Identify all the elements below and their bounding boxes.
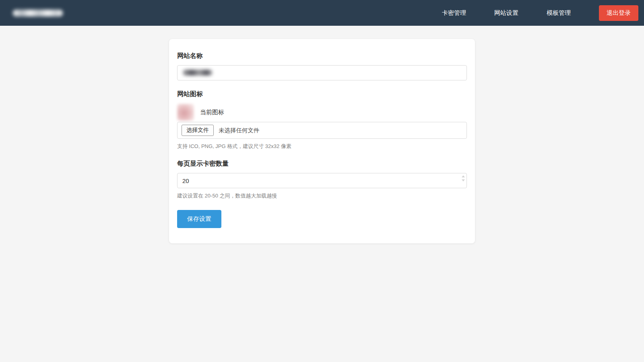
save-settings-button[interactable]: 保存设置 [177,210,221,228]
nav-item-site-settings[interactable]: 网站设置 [494,9,518,17]
site-name-group: 网站名称 [177,52,467,80]
site-name-label: 网站名称 [177,52,467,60]
icon-format-hint: 支持 ICO, PNG, JPG 格式，建议尺寸 32x32 像素 [177,143,467,150]
site-settings-card: 网站名称 网站图标 当前图标 选择文件 未选择任何文件 支持 ICO, PNG,… [169,39,475,243]
current-icon-caption: 当前图标 [200,109,224,116]
file-status-text: 未选择任何文件 [219,127,260,134]
current-favicon-image-blurred [177,104,194,121]
page-content: 网站名称 网站图标 当前图标 选择文件 未选择任何文件 支持 ICO, PNG,… [0,39,644,243]
nav-item-card-key-management[interactable]: 卡密管理 [442,9,466,17]
icon-file-input[interactable]: 选择文件 未选择任何文件 [177,122,467,139]
nav-item-template-management[interactable]: 模板管理 [547,9,571,17]
current-icon-row: 当前图标 [177,103,467,121]
top-nav-bar: 卡密管理 网站设置 模板管理 退出登录 [0,0,644,26]
choose-file-button[interactable]: 选择文件 [182,125,214,136]
site-title-blurred [13,10,63,16]
main-nav: 卡密管理 网站设置 模板管理 退出登录 [442,5,638,21]
logout-button[interactable]: 退出登录 [599,5,638,21]
site-name-input[interactable] [177,65,467,80]
per-page-label: 每页显示卡密数量 [177,160,467,168]
per-page-group: 每页显示卡密数量 建议设置在 20-50 之间，数值越大加载越慢 [177,160,467,200]
per-page-hint: 建议设置在 20-50 之间，数值越大加载越慢 [177,192,467,200]
site-icon-label: 网站图标 [177,90,467,99]
per-page-input[interactable] [177,173,467,188]
site-icon-group: 网站图标 当前图标 选择文件 未选择任何文件 支持 ICO, PNG, JPG … [177,90,467,150]
